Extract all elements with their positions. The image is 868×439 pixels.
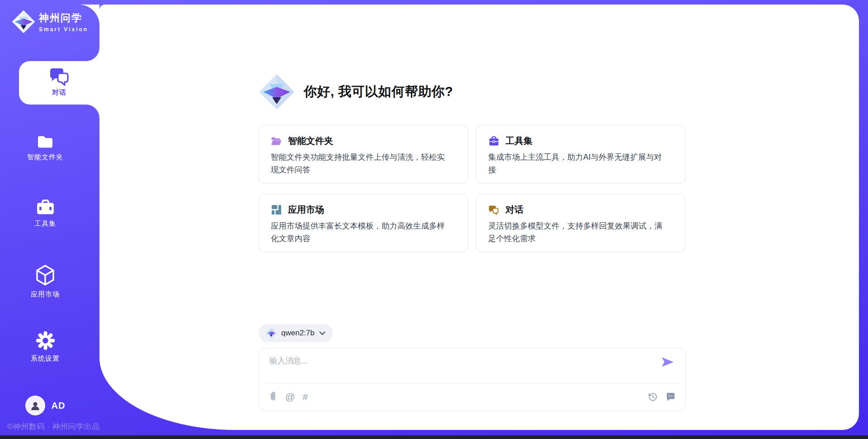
card-toolset[interactable]: 工具集 集成市场上主流工具，助力AI与外界无缝扩展与对接 [476,125,685,183]
card-title: 对话 [505,204,524,216]
card-smart-folder[interactable]: 智能文件夹 智能文件夹功能支持批量文件上传与清洗，轻松实现文件问答 [259,125,468,183]
card-title: 应用市场 [288,204,324,216]
send-icon [661,356,675,368]
sidebar-item-chat-inner: 对话 [30,61,89,105]
message-composer: @ # [259,348,686,411]
person-icon [29,400,41,411]
user-initials: AD [52,401,66,411]
sidebar-item-app-market[interactable]: 应用市场 [0,264,90,299]
assistant-logo-icon [259,74,295,110]
folder-icon [37,134,54,149]
model-selector[interactable]: qwen2:7b [259,324,333,342]
gear-icon [36,331,55,350]
cube-icon [35,264,55,286]
chat-bubbles-icon [488,205,499,215]
card-head: 对话 [488,204,673,216]
sidebar-item-label: 系统设置 [31,354,60,363]
model-name: qwen2:7b [281,329,315,338]
feature-cards: 智能文件夹 智能文件夹功能支持批量文件上传与清洗，轻松实现文件问答 [259,125,686,252]
send-button[interactable] [661,356,675,368]
chevron-down-icon [319,331,326,335]
briefcase-icon [36,200,55,215]
main-panel: 你好, 我可以如何帮助你? 智能文件夹 智能文件夹功能支持批量文件上传与清洗，轻… [99,5,859,430]
card-head: 应用市场 [271,204,456,216]
card-description: 灵活切换多模型文件，支持多样回复效果调试，满足个性化需求 [488,220,662,245]
sidebar-item-label: 智能文件夹 [27,153,63,162]
card-title: 智能文件夹 [288,135,333,147]
welcome-block: 你好, 我可以如何帮助你? [259,74,686,110]
mention-at-icon[interactable]: @ [285,392,295,401]
sidebar-item-label: 对话 [52,88,66,97]
brand-logo-icon [12,10,35,33]
sidebar-item-chat[interactable]: 对话 [19,61,99,105]
sidebar-item-settings[interactable]: 系统设置 [0,331,90,363]
composer-toolbar: @ # [269,389,676,404]
avatar [25,396,45,415]
copyright-text: ©神州数码 · 神州问学出品 [7,421,100,432]
window-bottom-bar [0,435,868,439]
chat-bubbles-icon [49,67,70,86]
greeting-title: 你好, 我可以如何帮助你? [304,83,453,101]
briefcase-icon [488,136,499,147]
sidebar-item-toolset[interactable]: 工具集 [0,200,90,228]
folder-open-icon [271,136,282,147]
history-icon[interactable] [647,391,658,402]
message-input[interactable] [269,356,654,366]
app-grid-icon [271,205,282,215]
brand-subtitle: Smart Vision [39,26,88,33]
sidebar-item-smart-folder[interactable]: 智能文件夹 [0,134,90,162]
hash-icon[interactable]: # [302,392,308,401]
card-chat[interactable]: 对话 灵活切换多模型文件，支持多样回复效果调试，满足个性化需求 [476,194,685,252]
card-description: 集成市场上主流工具，助力AI与外界无缝扩展与对接 [488,151,662,176]
card-title: 工具集 [505,135,533,147]
model-logo-icon [266,328,277,339]
card-head: 工具集 [488,135,673,147]
brand-title: 神州问学 [39,11,88,25]
app-window: 你好, 我可以如何帮助你? 智能文件夹 智能文件夹功能支持批量文件上传与清洗，轻… [0,0,868,439]
card-head: 智能文件夹 [271,135,456,147]
sidebar-item-label: 工具集 [34,220,56,228]
brand-text: 神州问学 Smart Vision [39,11,88,33]
card-description: 智能文件夹功能支持批量文件上传与清洗，轻松实现文件问答 [271,151,445,176]
composer-divider [265,383,679,384]
attachment-icon[interactable] [269,391,278,402]
message-icon[interactable] [665,391,676,402]
sidebar-item-label: 应用市场 [31,290,60,299]
card-app-market[interactable]: 应用市场 应用市场提供丰富长文本模板，助力高效生成多样化文章内容 [259,194,468,252]
main-content: 你好, 我可以如何帮助你? 智能文件夹 智能文件夹功能支持批量文件上传与清洗，轻… [259,5,686,411]
user-profile[interactable]: AD [0,396,90,415]
brand: 神州问学 Smart Vision [12,10,88,33]
card-description: 应用市场提供丰富长文本模板，助力高效生成多样化文章内容 [271,220,445,245]
sidebar: 神州问学 Smart Vision 对话 智能文件夹 [0,0,99,439]
